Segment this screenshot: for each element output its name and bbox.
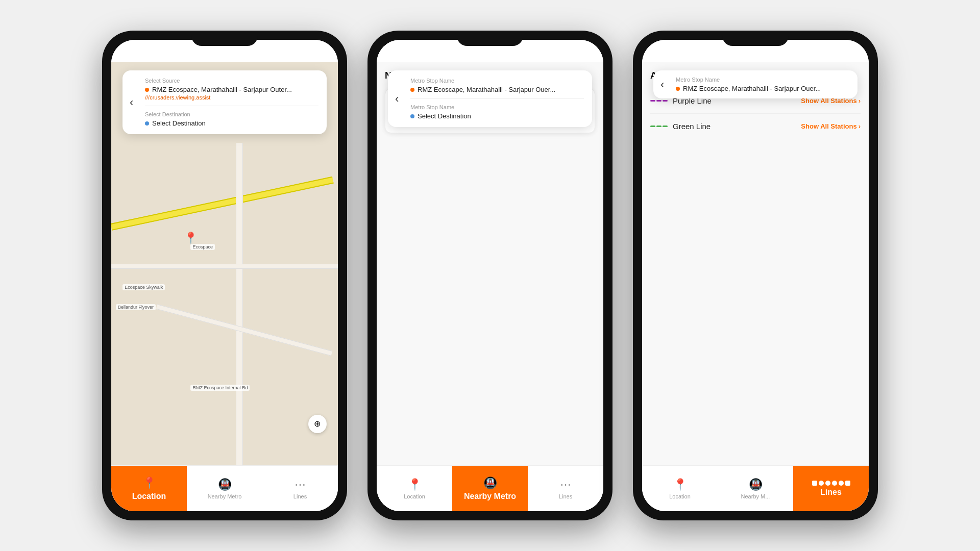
stop-label-3: Metro Stop Name [676, 77, 849, 83]
phone-2: ‹ Metro Stop Name RMZ Ecoscape, Marathah… [368, 31, 612, 520]
green-dash-2 [656, 126, 662, 127]
stop-value-2: RMZ Ecoscape, Marathahalli - Sarjapur Ou… [410, 86, 584, 93]
dest-value-1[interactable]: Select Destination [145, 119, 318, 127]
metro-icon-2: 🚇 [483, 477, 497, 490]
location-icon-2: 📍 [408, 478, 422, 491]
notch-2 [457, 31, 523, 46]
dest-label-1: Select Destination [145, 111, 318, 117]
nav-lines-1[interactable]: ⋯ Lines [262, 466, 338, 511]
bottom-nav-2: 📍 Location 🚇 Nearby Metro ⋯ Lines [377, 465, 603, 511]
nav-lines-2[interactable]: ⋯ Lines [528, 466, 603, 511]
header-divider-2 [410, 98, 584, 99]
purple-dash-2 [656, 100, 662, 102]
notch-1 [191, 31, 258, 46]
source-dot-1 [145, 88, 149, 92]
nav-location-2[interactable]: 📍 Location [377, 466, 452, 511]
map-label-ecospace-skywalk-1: Ecospace Skywalk [122, 284, 165, 290]
dest-dot-1 [145, 121, 149, 126]
green-dash-1 [650, 126, 655, 127]
stop-value-3: RMZ Ecoscape, Marathahalli - Sarjapur Ou… [676, 85, 849, 92]
road-yellow-1 [111, 177, 334, 231]
nav-location-label-3: Location [669, 493, 691, 499]
bottom-nav-3: 📍 Location 🚇 Nearby M... Lines [642, 465, 869, 511]
green-line-row[interactable]: Green Line Show All Stations › [650, 114, 861, 139]
nav-location-3[interactable]: 📍 Location [642, 466, 718, 511]
lines-icon-2: ⋯ [560, 478, 571, 491]
purple-dash-3 [663, 100, 668, 102]
road-h-1 [111, 264, 338, 269]
stop-dot-3 [676, 87, 680, 91]
nav-location-label-2: Location [404, 493, 425, 499]
lines-icon-1: ⋯ [295, 478, 306, 491]
dest-label-2: Metro Stop Name [410, 104, 584, 110]
purple-dash-1 [650, 100, 655, 102]
nav-lines-label-2: Lines [559, 493, 572, 499]
nav-nearby-label-2: Nearby Metro [464, 492, 516, 501]
nav-location-label-1: Location [132, 492, 166, 501]
dest-dot-2 [410, 114, 414, 118]
header-card-1: ‹ Select Source RMZ Ecospace, Marathahal… [122, 70, 327, 134]
metro-icon-1: 🚇 [218, 478, 232, 491]
nav-lines-3[interactable]: Lines [793, 466, 869, 511]
map-label-bellandur-1: Bellandur Flyover [116, 304, 156, 310]
road-v-1 [236, 143, 243, 465]
header-card-3: ‹ Metro Stop Name RMZ Ecoscape, Marathah… [653, 70, 857, 98]
header-divider-1 [145, 106, 318, 106]
map-pin-1: 📍 [184, 232, 198, 245]
nav-nearby-3[interactable]: 🚇 Nearby M... [718, 466, 793, 511]
header-card-2: ‹ Metro Stop Name RMZ Ecoscape, Marathah… [388, 70, 592, 127]
stop-label-2: Metro Stop Name [410, 78, 584, 84]
back-button-3[interactable]: ‹ [660, 78, 664, 91]
location-icon-3: 📍 [673, 478, 687, 491]
metro-icon-3: 🚇 [749, 478, 763, 491]
nav-location-1[interactable]: 📍 Location [111, 466, 187, 511]
phone-1: ‹ Select Source RMZ Ecospace, Marathahal… [102, 31, 347, 520]
nav-lines-label-3: Lines [820, 488, 842, 497]
source-link-1[interactable]: ///crusaders.viewing.assist [145, 94, 318, 101]
lines-section: ALL METRO LINES Purple Line Show All Sta… [642, 62, 869, 465]
back-button-2[interactable]: ‹ [395, 92, 399, 106]
nav-lines-label-1: Lines [293, 493, 307, 499]
notch-3 [722, 31, 789, 46]
location-btn-1[interactable]: ⊕ [308, 415, 327, 433]
back-button-1[interactable]: ‹ [130, 96, 133, 109]
purple-indicator [650, 100, 668, 102]
road-diag-1 [156, 304, 333, 356]
location-icon-1: 📍 [142, 477, 156, 490]
green-dash-3 [663, 126, 668, 127]
phone-3: ‹ Metro Stop Name RMZ Ecoscape, Marathah… [633, 31, 878, 520]
green-indicator [650, 126, 668, 127]
dest-value-2[interactable]: Select Destination [410, 112, 584, 120]
nav-nearby-label-3: Nearby M... [741, 493, 770, 499]
green-show-all[interactable]: Show All Stations › [801, 122, 861, 130]
nav-nearby-label-1: Nearby Metro [208, 493, 242, 499]
source-label-1: Select Source [145, 78, 318, 84]
green-line-name: Green Line [650, 122, 710, 131]
bottom-nav-1: 📍 Location 🚇 Nearby Metro ⋯ Lines [111, 465, 338, 511]
nav-nearby-1[interactable]: 🚇 Nearby Metro [187, 466, 262, 511]
nav-nearby-2[interactable]: 🚇 Nearby Metro [452, 466, 528, 511]
source-value-1: RMZ Ecospace, Marathahalli - Sarjapur Ou… [145, 86, 318, 93]
stop-dot-2 [410, 88, 414, 92]
map-label-rmz-1: RMZ Ecospace Internal Rd [190, 385, 250, 391]
lines-dots-icon [812, 481, 850, 486]
